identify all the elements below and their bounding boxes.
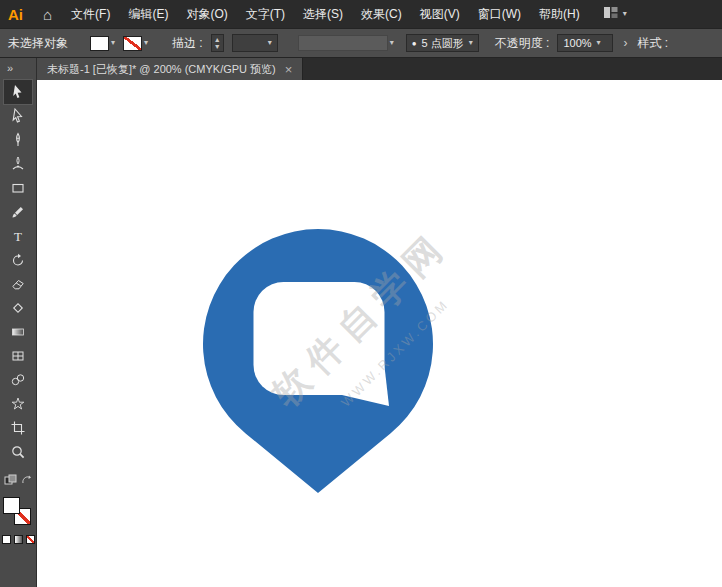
- fill-stroke-indicator: [3, 497, 33, 527]
- grid-icon: [10, 348, 26, 364]
- chevron-down-icon: ▾: [144, 39, 148, 47]
- stroke-swatch-none[interactable]: [123, 36, 142, 51]
- document-tab-bar: 未标题-1 [已恢复]* @ 200% (CMYK/GPU 预览) ×: [37, 58, 722, 80]
- stroke-weight-dropdown[interactable]: ▾: [232, 34, 278, 52]
- chevron-down-icon: ▾: [597, 39, 601, 47]
- eraser-tool[interactable]: [4, 272, 32, 296]
- stepper-up-icon[interactable]: ▲: [214, 36, 221, 43]
- direct-selection-tool[interactable]: [4, 104, 32, 128]
- menu-bar: Ai ⌂ 文件(F) 编辑(E) 对象(O) 文字(T) 选择(S) 效果(C)…: [0, 0, 722, 28]
- menu-select[interactable]: 选择(S): [294, 0, 352, 28]
- menu-window[interactable]: 窗口(W): [469, 0, 530, 28]
- rectangle-tool[interactable]: [4, 176, 32, 200]
- paintbrush-icon: [10, 204, 26, 220]
- home-icon[interactable]: ⌂: [33, 6, 62, 23]
- blend-circles-icon: [10, 372, 26, 388]
- paintbrush-tool[interactable]: [4, 200, 32, 224]
- artboard-tool[interactable]: [4, 416, 32, 440]
- menu-view[interactable]: 视图(V): [411, 0, 469, 28]
- gradient-tool[interactable]: [4, 320, 32, 344]
- fill-color-picker[interactable]: ▾: [90, 36, 115, 51]
- document-area: 未标题-1 [已恢复]* @ 200% (CMYK/GPU 预览) × 软件自学…: [37, 58, 722, 587]
- selection-status: 未选择对象: [8, 35, 68, 52]
- chevron-down-icon: ▾: [111, 39, 115, 47]
- star-icon: [10, 396, 26, 412]
- chevron-down-icon: ▾: [268, 39, 272, 47]
- menu-help[interactable]: 帮助(H): [530, 0, 589, 28]
- swap-fill-stroke-icon[interactable]: [21, 475, 32, 489]
- draw-modes-icon[interactable]: [4, 474, 17, 489]
- gradient-icon: [10, 324, 26, 340]
- symbol-sprayer-tool[interactable]: [4, 392, 32, 416]
- type-T-icon: T: [10, 228, 26, 244]
- brush-definition-dropdown[interactable]: ● 5 点圆形 ▾: [406, 34, 479, 52]
- app-logo: Ai: [0, 6, 33, 23]
- curvature-pen-icon: [10, 156, 26, 172]
- document-tab-title: 未标题-1 [已恢复]* @ 200% (CMYK/GPU 预览): [47, 62, 276, 77]
- width-profile-preview: [298, 35, 388, 51]
- menu-object[interactable]: 对象(O): [177, 0, 236, 28]
- none-button[interactable]: [26, 535, 35, 544]
- style-label: 样式 :: [637, 35, 668, 52]
- control-bar: 未选择对象 ▾ ▾ 描边 : ▲ ▼ ▾ ▾ ● 5 点圆形 ▾ 不透明度 : …: [0, 28, 722, 58]
- mesh-tool[interactable]: [4, 344, 32, 368]
- menu-edit[interactable]: 编辑(E): [119, 0, 177, 28]
- tools-panel: »: [0, 58, 37, 587]
- artboard-canvas[interactable]: 软件自学网 WWW.RJXW.COM: [37, 80, 722, 587]
- diamond-icon: [10, 300, 26, 316]
- svg-text:T: T: [14, 229, 22, 244]
- brush-definition-value: 5 点圆形: [422, 36, 464, 51]
- selection-tool[interactable]: [4, 80, 32, 104]
- fill-swatch[interactable]: [90, 36, 109, 51]
- curvature-tool[interactable]: [4, 152, 32, 176]
- main-area: »: [0, 58, 722, 587]
- direct-selection-arrow-icon: [10, 108, 26, 124]
- menu-effect[interactable]: 效果(C): [352, 0, 411, 28]
- close-icon[interactable]: ×: [285, 63, 293, 76]
- gradient-button[interactable]: [14, 535, 23, 544]
- selection-arrow-icon: [10, 84, 26, 100]
- chevron-right-icon[interactable]: ›: [621, 36, 629, 50]
- type-tool[interactable]: T: [4, 224, 32, 248]
- pen-tool[interactable]: [4, 128, 32, 152]
- zoom-tool[interactable]: [4, 440, 32, 464]
- stroke-weight-stepper[interactable]: ▲ ▼: [211, 34, 224, 52]
- pen-nib-icon: [10, 132, 26, 148]
- document-tab[interactable]: 未标题-1 [已恢复]* @ 200% (CMYK/GPU 预览) ×: [37, 58, 303, 80]
- shaper-tool[interactable]: [4, 296, 32, 320]
- stepper-down-icon[interactable]: ▼: [214, 43, 221, 50]
- color-mode-buttons: [2, 535, 35, 544]
- crop-marks-icon: [10, 420, 26, 436]
- rotate-tool[interactable]: [4, 248, 32, 272]
- color-button[interactable]: [2, 535, 11, 544]
- blend-tool[interactable]: [4, 368, 32, 392]
- opacity-value: 100%: [563, 37, 591, 49]
- chevron-down-icon: ▾: [469, 39, 473, 47]
- workspace-grid-icon: [603, 6, 619, 22]
- eraser-icon: [10, 276, 26, 292]
- variable-width-profile[interactable]: ▾: [298, 35, 394, 51]
- menu-file[interactable]: 文件(F): [62, 0, 119, 28]
- workspace-switcher[interactable]: ▾: [589, 6, 641, 22]
- fill-color-well[interactable]: [3, 497, 20, 514]
- artwork: [37, 80, 722, 587]
- rotate-arrow-icon: [10, 252, 26, 268]
- toolbar-expand-button[interactable]: »: [0, 58, 13, 80]
- chevron-down-icon: ▾: [623, 10, 627, 18]
- opacity-label: 不透明度 :: [495, 35, 550, 52]
- brush-dot-icon: ●: [412, 39, 417, 48]
- chevron-down-icon: ▾: [390, 39, 394, 47]
- stroke-color-picker[interactable]: ▾: [123, 36, 148, 51]
- stroke-weight-label: 描边 :: [172, 35, 203, 52]
- rectangle-icon: [10, 180, 26, 196]
- opacity-dropdown[interactable]: 100% ▾: [557, 34, 613, 52]
- magnifier-icon: [10, 444, 26, 460]
- menu-type[interactable]: 文字(T): [237, 0, 294, 28]
